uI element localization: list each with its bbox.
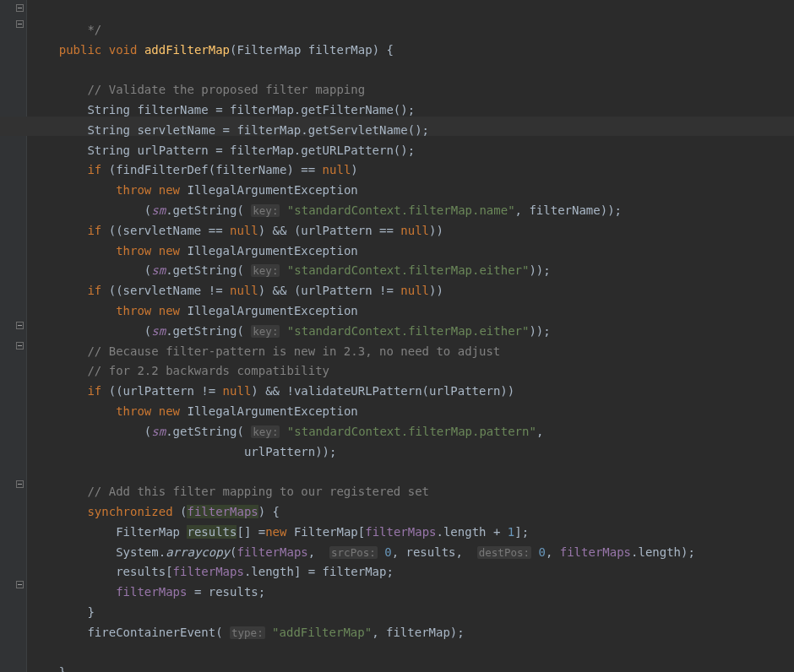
code-line: if ((servletName != null) && (urlPattern… [30, 284, 443, 297]
code-line: throw new IllegalArgumentException [30, 244, 358, 257]
code-line [30, 464, 37, 478]
code-editor-area[interactable]: */ public void addFilterMap(FilterMap fi… [27, 0, 695, 672]
code-line: urlPattern)); [30, 445, 336, 458]
code-line: (sm.getString( key: "standardContext.fil… [30, 263, 551, 277]
code-line [30, 62, 37, 76]
editor-gutter [0, 0, 27, 672]
code-line: synchronized (filterMaps) { [30, 505, 280, 518]
code-line: String servletName = filterMap.getServle… [30, 123, 429, 137]
code-line: (sm.getString( key: "standardContext.fil… [30, 203, 622, 217]
code-line [30, 646, 37, 659]
code-line: fireContainerEvent( type: "addFilterMap"… [30, 626, 465, 639]
fold-marker-icon[interactable] [16, 322, 24, 329]
fold-marker-icon[interactable] [16, 342, 24, 350]
code-line: } [30, 605, 95, 619]
code-line: throw new IllegalArgumentException [30, 404, 358, 418]
code-line: } [30, 665, 66, 672]
code-line: FilterMap results[] =new FilterMap[filte… [30, 525, 529, 539]
code-line: if ((servletName == null) && (urlPattern… [30, 224, 443, 237]
code-line: System.arraycopy(filterMaps, srcPos: 0, … [30, 545, 695, 559]
code-line: results[filterMaps.length] = filterMap; [30, 565, 394, 578]
code-line: // Because filter-pattern is new in 2.3,… [30, 344, 500, 358]
fold-marker-icon[interactable] [16, 480, 24, 488]
code-line: String filterName = filterMap.getFilterN… [30, 103, 415, 117]
code-line: // Add this filter mapping to our regist… [30, 485, 429, 498]
fold-marker-icon[interactable] [16, 4, 24, 12]
code-line: // Validate the proposed filter mapping [30, 83, 365, 96]
code-line: if ((urlPattern != null) && !validateURL… [30, 384, 514, 398]
code-line: String urlPattern = filterMap.getURLPatt… [30, 144, 415, 157]
fold-marker-icon[interactable] [16, 581, 24, 588]
code-line: (sm.getString( key: "standardContext.fil… [30, 425, 543, 438]
code-line: filterMaps = results; [30, 585, 265, 599]
code-line: */ [30, 23, 101, 36]
code-line: if (findFilterDef(filterName) == null) [30, 163, 358, 176]
code-line: throw new IllegalArgumentException [30, 304, 358, 317]
code-line: (sm.getString( key: "standardContext.fil… [30, 324, 551, 338]
code-line: // for 2.2 backwards compatibility [30, 364, 329, 377]
code-line: throw new IllegalArgumentException [30, 183, 358, 197]
fold-marker-icon[interactable] [16, 20, 24, 28]
code-line: public void addFilterMap(FilterMap filte… [30, 43, 394, 57]
